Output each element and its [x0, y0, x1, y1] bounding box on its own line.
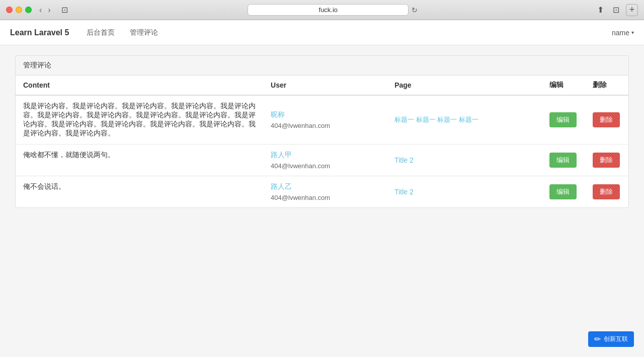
cell-page-0: 标题一 标题一 标题一 标题一 [387, 95, 542, 145]
comments-panel: 管理评论 Content User Page 编辑 删除 我是评论内容。我是评论… [15, 55, 629, 208]
table-row: 俺不会说话。路人乙404@lvwenhan.comTitle 2编辑删除 [16, 176, 628, 208]
comments-table: Content User Page 编辑 删除 我是评论内容。我是评论内容。我是… [16, 76, 628, 207]
page-content: 管理评论 Content User Page 编辑 删除 我是评论内容。我是评论… [0, 45, 644, 357]
col-content: Content [16, 76, 263, 95]
cell-user-0: 昵称404@lvwenhan.com [263, 95, 387, 145]
share-button[interactable]: ⬆ [595, 4, 606, 16]
user-email-0: 404@lvwenhan.com [271, 122, 330, 129]
cell-edit-1: 编辑 [542, 145, 585, 176]
nav-link-comments[interactable]: 管理评论 [122, 20, 166, 45]
cell-delete-1: 删除 [585, 145, 628, 176]
cell-edit-0: 编辑 [542, 95, 585, 145]
edit-button-1[interactable]: 编辑 [549, 153, 577, 168]
close-button[interactable] [6, 7, 13, 13]
user-name-0: 昵称 [271, 110, 379, 119]
brand-link[interactable]: Learn Laravel 5 [10, 28, 69, 37]
nav-links: 后台首页 管理评论 [79, 20, 612, 45]
delete-button-1[interactable]: 删除 [593, 153, 620, 168]
browser-actions: ⬆ ⊡ + [595, 4, 638, 16]
nav-link-home[interactable]: 后台首页 [79, 20, 122, 45]
edit-button-0[interactable]: 编辑 [549, 112, 577, 127]
user-email-2: 404@lvwenhan.com [271, 194, 330, 201]
watermark-text: 创新互联 [604, 335, 628, 343]
address-bar[interactable] [248, 4, 409, 16]
cell-delete-2: 删除 [585, 176, 628, 208]
table-header-row: Content User Page 编辑 删除 [16, 76, 628, 95]
page-link-1[interactable]: Title 2 [394, 156, 414, 164]
user-name-2: 路人乙 [271, 182, 379, 191]
browser-chrome: ‹ › ⊡ ↻ ⬆ ⊡ + [0, 0, 644, 20]
sidebar-button[interactable]: ⊡ [58, 4, 71, 16]
cell-page-1[interactable]: Title 2 [387, 145, 542, 176]
cell-delete-0: 删除 [585, 95, 628, 145]
col-user: User [263, 76, 387, 95]
app-navbar: Learn Laravel 5 后台首页 管理评论 name ▾ [0, 20, 644, 45]
table-row: 我是评论内容。我是评论内容。我是评论内容。我是评论内容。我是评论内容。我是评论内… [16, 95, 628, 145]
watermark: ✏ 创新互联 [588, 331, 634, 347]
delete-button-0[interactable]: 删除 [593, 112, 620, 127]
col-delete: 删除 [585, 76, 628, 95]
panel-title: 管理评论 [23, 61, 51, 69]
panel-body: Content User Page 编辑 删除 我是评论内容。我是评论内容。我是… [16, 76, 628, 207]
refresh-button[interactable]: ↻ [412, 6, 418, 14]
maximize-button[interactable] [25, 7, 32, 13]
cell-content-1: 俺啥都不懂，就随便说两句。 [16, 145, 263, 176]
page-link-2[interactable]: Title 2 [394, 188, 414, 196]
user-dropdown-caret: ▾ [631, 30, 634, 35]
delete-button-2[interactable]: 删除 [593, 184, 620, 199]
cell-content-2: 俺不会说话。 [16, 176, 263, 208]
traffic-lights [6, 7, 32, 13]
page-breadcrumb-0: 标题一 标题一 标题一 标题一 [394, 116, 478, 123]
table-row: 俺啥都不懂，就随便说两句。路人甲404@lvwenhan.comTitle 2编… [16, 145, 628, 176]
new-tab-button[interactable]: + [626, 4, 638, 16]
back-button[interactable]: ‹ [37, 5, 44, 16]
nav-user[interactable]: name ▾ [612, 29, 634, 37]
nav-buttons: ‹ › [37, 5, 53, 16]
col-edit: 编辑 [542, 76, 585, 95]
address-bar-container: ↻ [76, 4, 590, 16]
cell-content-0: 我是评论内容。我是评论内容。我是评论内容。我是评论内容。我是评论内容。我是评论内… [16, 95, 263, 145]
user-name-label: name [612, 29, 629, 37]
panel-heading: 管理评论 [16, 56, 628, 76]
user-email-1: 404@lvwenhan.com [271, 162, 330, 170]
forward-button[interactable]: › [45, 5, 53, 16]
cell-page-2[interactable]: Title 2 [387, 176, 542, 208]
cell-user-1: 路人甲404@lvwenhan.com [263, 145, 387, 176]
watermark-icon: ✏ [594, 334, 601, 344]
cell-edit-2: 编辑 [542, 176, 585, 208]
col-page: Page [387, 76, 542, 95]
edit-button-2[interactable]: 编辑 [549, 184, 577, 199]
cell-user-2: 路人乙404@lvwenhan.com [263, 176, 387, 208]
fullscreen-button[interactable]: ⊡ [610, 4, 622, 16]
minimize-button[interactable] [16, 7, 22, 13]
user-name-1: 路人甲 [271, 151, 379, 160]
